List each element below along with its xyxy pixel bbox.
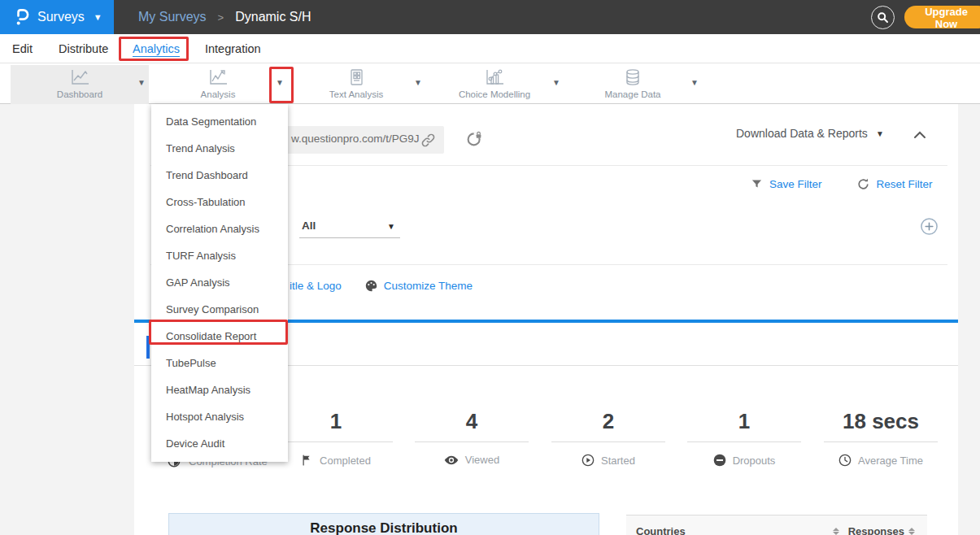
section-accent-bar [146, 336, 150, 359]
eye-icon [444, 455, 459, 466]
nav-integration[interactable]: Integration [205, 34, 261, 63]
toolbar-dashboard[interactable]: Dashboard ▼ [11, 65, 149, 104]
menu-item-trend-analysis[interactable]: Trend Analysis [151, 135, 288, 162]
chevron-down-icon: ▼ [876, 129, 884, 138]
text-analysis-dropdown-caret[interactable]: ▼ [414, 78, 422, 87]
menu-item-trend-dashboard[interactable]: Trend Dashboard [151, 162, 288, 189]
response-distribution-header: Response Distribution [168, 513, 599, 535]
customize-theme-link[interactable]: Customize Theme [384, 280, 473, 292]
line-chart-icon [11, 68, 149, 86]
menu-item-correlation-analysis[interactable]: Correlation Analysis [151, 215, 288, 242]
stat-dropouts: 1 Dropouts [679, 409, 809, 467]
app-menu-label: Surveys [37, 10, 85, 24]
filter-selected-value: All [302, 220, 316, 232]
menu-item-hotspot-analysis[interactable]: Hotspot Analysis [151, 403, 288, 430]
menu-item-data-segmentation[interactable]: Data Segmentation [151, 108, 288, 135]
breadcrumb-separator: > [218, 11, 224, 24]
survey-url-text: w.questionpro.com/t/PG9J [291, 133, 420, 145]
menu-item-consolidate-report[interactable]: Consolidate Report [151, 323, 288, 350]
text-analysis-icon [287, 68, 425, 86]
toolbar-manage-data[interactable]: Manage Data ▼ [564, 65, 702, 104]
save-filter-button[interactable]: Save Filter [769, 178, 822, 190]
stat-started: 2 Started [543, 409, 673, 467]
collapse-section-icon[interactable] [913, 130, 926, 140]
analysis-dropdown-menu: Data Segmentation Trend Analysis Trend D… [151, 104, 288, 462]
database-icon [564, 68, 702, 86]
edit-title-logo-link[interactable]: itle & Logo [290, 280, 342, 292]
sort-countries-icon[interactable] [833, 528, 839, 535]
reset-filter-button[interactable]: Reset Filter [877, 178, 933, 190]
breadcrumb-current-survey: Dynamic S/H [235, 10, 311, 24]
search-icon [877, 11, 889, 24]
manage-data-dropdown-caret[interactable]: ▼ [690, 78, 699, 87]
top-bar: Surveys ▼ My Surveys > Dynamic S/H Upgra… [0, 0, 980, 34]
secure-domain-icon[interactable] [466, 130, 483, 147]
menu-item-heatmap-analysis[interactable]: HeatMap Analysis [151, 376, 288, 403]
filter-actions: Save Filter Reset Filter [751, 177, 933, 191]
column-countries[interactable]: Countries [636, 525, 686, 535]
upgrade-now-button[interactable]: Upgrade Now [904, 6, 980, 28]
nav-distribute[interactable]: Distribute [59, 34, 108, 63]
countries-table-header: Countries Responses [626, 515, 927, 535]
column-responses[interactable]: Responses [848, 525, 904, 535]
chevron-down-icon: ▼ [387, 222, 395, 231]
toolbar-analysis[interactable]: Analysis ▼ [149, 65, 287, 104]
menu-item-tubepulse[interactable]: TubePulse [151, 350, 288, 376]
play-icon [581, 454, 595, 467]
stat-viewed: 4 Viewed [407, 409, 537, 466]
clock-icon [838, 454, 852, 467]
chevron-down-icon: ▼ [94, 12, 102, 22]
dashboard-dropdown-caret[interactable]: ▼ [137, 78, 146, 87]
toolbar-text-analysis[interactable]: Text Analysis ▼ [287, 65, 425, 104]
nav-edit[interactable]: Edit [12, 34, 33, 63]
nav-analytics[interactable]: Analytics [133, 34, 180, 63]
flag-icon [301, 454, 313, 467]
customize-links: itle & Logo Customize Theme [290, 279, 473, 293]
questionpro-logo-icon [13, 7, 30, 27]
search-button[interactable] [871, 6, 895, 29]
funnel-icon [751, 178, 763, 190]
analysis-chart-icon [149, 68, 287, 86]
analysis-dropdown-caret[interactable]: ▼ [276, 78, 284, 87]
stat-completed: 1 Completed [271, 409, 401, 467]
minus-circle-icon [713, 454, 726, 467]
filter-all-select[interactable]: All ▼ [299, 215, 400, 238]
choice-modelling-icon [425, 68, 564, 86]
menu-item-cross-tabulation[interactable]: Cross-Tabulation [151, 189, 288, 215]
palette-icon [364, 279, 378, 293]
menu-item-turf-analysis[interactable]: TURF Analysis [151, 242, 288, 269]
right-gutter [958, 104, 980, 535]
breadcrumb: My Surveys > Dynamic S/H [138, 0, 311, 34]
analytics-toolbar: Dashboard ▼ Analysis ▼ Text Analysis ▼ [0, 63, 980, 104]
surveys-app-menu[interactable]: Surveys ▼ [0, 0, 114, 34]
response-distribution-title: Response Distribution [169, 520, 599, 535]
choice-modelling-dropdown-caret[interactable]: ▼ [552, 78, 560, 87]
toolbar-choice-modelling[interactable]: Choice Modelling ▼ [425, 65, 564, 104]
stat-average-time: 18 secs Average Time [816, 409, 946, 467]
download-data-reports[interactable]: Download Data & Reports ▼ [736, 127, 884, 140]
breadcrumb-my-surveys[interactable]: My Surveys [138, 10, 207, 24]
menu-item-gap-analysis[interactable]: GAP Analysis [151, 269, 288, 296]
menu-item-survey-comparison[interactable]: Survey Comparison [151, 296, 288, 323]
add-filter-icon[interactable] [920, 217, 939, 236]
survey-nav: Edit Distribute Analytics Integration [0, 34, 980, 63]
reset-icon [856, 177, 870, 191]
sort-responses-icon[interactable] [908, 528, 915, 535]
menu-item-device-audit[interactable]: Device Audit [151, 430, 288, 457]
link-icon[interactable] [420, 133, 436, 148]
